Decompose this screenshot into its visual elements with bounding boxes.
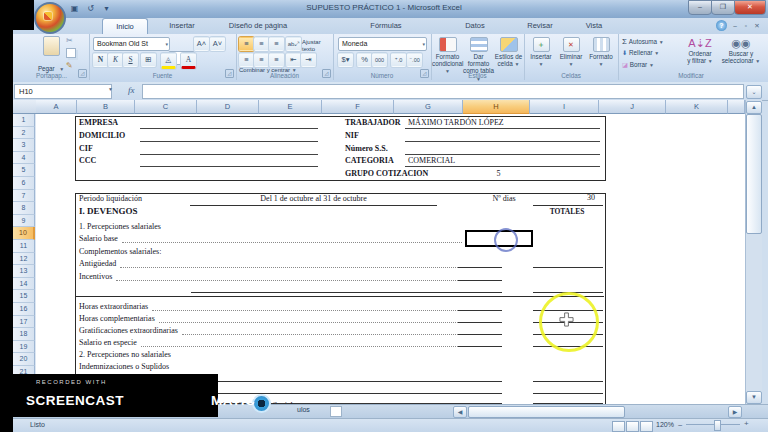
scroll-down-icon[interactable]: ▼ — [746, 391, 762, 404]
increase-indent-icon[interactable]: ⇥ — [301, 53, 316, 67]
row-header-13[interactable]: 13 — [13, 265, 35, 278]
align-bottom-icon[interactable]: ≡ — [269, 37, 284, 51]
payroll-line[interactable]: Horas extraordinarias — [79, 299, 502, 311]
hscroll-left-icon[interactable]: ◀ — [453, 406, 467, 418]
column-header-E[interactable]: E — [259, 100, 322, 114]
hscroll-right-icon[interactable]: ▶ — [728, 406, 742, 418]
field-label-ccc[interactable]: CCC — [79, 156, 96, 165]
find-select-button[interactable]: ◉◉ Buscar yseleccionar ▼ — [721, 37, 761, 65]
delete-cells-button[interactable]: ✕ Eliminar▼ — [556, 37, 586, 68]
view-layout-icon[interactable] — [626, 421, 639, 432]
row-header-1[interactable]: 1 — [13, 114, 35, 127]
payroll-line[interactable]: 2. Percepciones no salariales — [79, 347, 502, 359]
save-icon[interactable]: ▣ — [68, 3, 81, 14]
row-header-4[interactable]: 4 — [13, 152, 35, 165]
row-header-19[interactable]: 19 — [13, 341, 35, 354]
field-label-número-s-s-[interactable]: Número S.S. — [345, 144, 388, 153]
underline-button[interactable]: S — [123, 53, 138, 67]
row-header-11[interactable]: 11 — [13, 240, 35, 253]
field-value[interactable]: MÁXIMO TARDÓN LÓPEZ — [408, 118, 504, 127]
row-header-18[interactable]: 18 — [13, 328, 35, 341]
decrease-indent-icon[interactable]: ⇤ — [286, 53, 301, 67]
scroll-up-icon[interactable]: ▲ — [746, 101, 762, 114]
zoom-slider-thumb[interactable] — [714, 420, 721, 431]
fill-color-icon[interactable]: ◬ — [161, 53, 176, 69]
row-header-14[interactable]: 14 — [13, 278, 35, 291]
dias-label[interactable]: Nº dias — [474, 194, 534, 203]
payroll-line[interactable]: Antigüedad — [79, 256, 502, 268]
autosum-button[interactable]: Σ Autosuma ▼ — [622, 37, 664, 46]
select-all-corner[interactable] — [13, 100, 37, 114]
periodo-label[interactable]: Periodo liquidación — [79, 194, 142, 203]
percent-format-icon[interactable]: % — [357, 53, 372, 67]
workbook-restore-icon[interactable]: ▫ — [741, 21, 751, 31]
name-box[interactable]: H10 — [14, 84, 112, 99]
field-label-empresa[interactable]: EMPRESA — [79, 118, 118, 127]
formula-bar-expand-icon[interactable]: ⌄ — [746, 85, 762, 99]
section-title[interactable]: I. DEVENGOS — [79, 206, 138, 216]
column-header-F[interactable]: F — [322, 100, 394, 114]
minimize-button[interactable]: ‒ — [688, 0, 712, 15]
name-box-caret-icon[interactable]: ▼ — [108, 86, 113, 92]
wrap-text-button[interactable]: Ajustar texto — [302, 39, 332, 53]
zoom-out-icon[interactable]: − — [678, 424, 683, 428]
align-center-icon[interactable]: ≡ — [254, 53, 269, 67]
restore-button[interactable]: ❐ — [711, 0, 735, 15]
format-cells-button[interactable]: Formato▼ — [586, 37, 616, 68]
cut-icon[interactable]: ✂ — [66, 36, 73, 45]
font-dialog-launcher-icon[interactable]: ◿ — [225, 69, 234, 78]
borders-icon[interactable]: ⊞ — [141, 53, 156, 67]
payroll-line[interactable]: Horas complementarias — [79, 311, 502, 323]
totales-label[interactable]: TOTALES — [539, 207, 595, 216]
field-label-domicilio[interactable]: DOMICILIO — [79, 131, 125, 140]
payroll-line[interactable]: Salario base — [79, 231, 462, 243]
tab-fórmulas[interactable]: Fórmulas — [348, 18, 424, 34]
decrease-decimal-icon[interactable]: ⁻.00 — [407, 53, 422, 67]
copy-icon[interactable] — [66, 48, 76, 58]
payroll-line[interactable]: 1. Percepciones salariales — [79, 219, 502, 231]
number-format-combo[interactable]: Moneda▾ — [338, 37, 427, 51]
field-label-trabajador[interactable]: TRABAJADOR — [345, 118, 401, 127]
align-right-icon[interactable]: ≡ — [269, 53, 284, 67]
payroll-line[interactable]: Gratificaciones extraordinarias — [79, 323, 502, 335]
column-header-D[interactable]: D — [197, 100, 259, 114]
shrink-font-icon[interactable]: A˅ — [210, 37, 225, 51]
column-header-H[interactable]: H — [463, 100, 530, 115]
zoom-slider[interactable] — [686, 424, 740, 425]
insert-sheet-icon[interactable] — [330, 406, 342, 417]
align-left-icon[interactable]: ≡ — [239, 53, 254, 67]
fill-button[interactable]: ⬇ Rellenar ▼ — [622, 49, 659, 56]
row-header-12[interactable]: 12 — [13, 253, 35, 266]
row-header-5[interactable]: 5 — [13, 164, 35, 177]
payroll-line[interactable]: Salario en especie — [79, 335, 502, 347]
tab-revisar[interactable]: Revisar — [512, 18, 568, 34]
font-name-combo[interactable]: Bookman Old St▾ — [93, 37, 170, 51]
vertical-scroll-thumb[interactable] — [746, 114, 762, 234]
view-break-icon[interactable] — [640, 421, 653, 432]
row-header-2[interactable]: 2 — [13, 127, 35, 140]
field-value[interactable]: COMERCIAL — [408, 156, 455, 165]
row-header-15[interactable]: 15 — [13, 290, 35, 303]
column-header-B[interactable]: B — [77, 100, 135, 114]
increase-decimal-icon[interactable]: ⁺.0 — [391, 53, 406, 67]
field-label-cif[interactable]: CIF — [79, 144, 93, 153]
row-header-3[interactable]: 3 — [13, 139, 35, 152]
field-label-grupo-cotizacion[interactable]: GRUPO COTIZACION — [345, 169, 428, 178]
tab-diseño-de-página[interactable]: Diseño de página — [206, 18, 310, 34]
row-header-8[interactable]: 8 — [13, 202, 35, 215]
align-middle-icon[interactable]: ≡ — [254, 37, 269, 51]
orientation-icon[interactable]: ab⤢ — [286, 37, 301, 51]
column-header-C[interactable]: C — [135, 100, 197, 114]
column-header-I[interactable]: I — [530, 100, 599, 114]
zoom-level[interactable]: 120% — [656, 421, 674, 428]
row-header-6[interactable]: 6 — [13, 177, 35, 190]
dias-value[interactable]: 30 — [556, 193, 626, 202]
insert-cells-button[interactable]: ＋ Insertar▼ — [526, 37, 556, 68]
fx-icon[interactable]: fx — [128, 85, 135, 95]
column-header-A[interactable]: A — [36, 100, 77, 114]
field-label-nif[interactable]: NIF — [345, 131, 359, 140]
conditional-formatting-button[interactable]: Formato condicional ▼ — [432, 37, 463, 75]
column-header-K[interactable]: K — [666, 100, 728, 114]
horizontal-scroll-thumb[interactable] — [468, 406, 625, 418]
font-color-icon[interactable]: A — [181, 53, 196, 69]
